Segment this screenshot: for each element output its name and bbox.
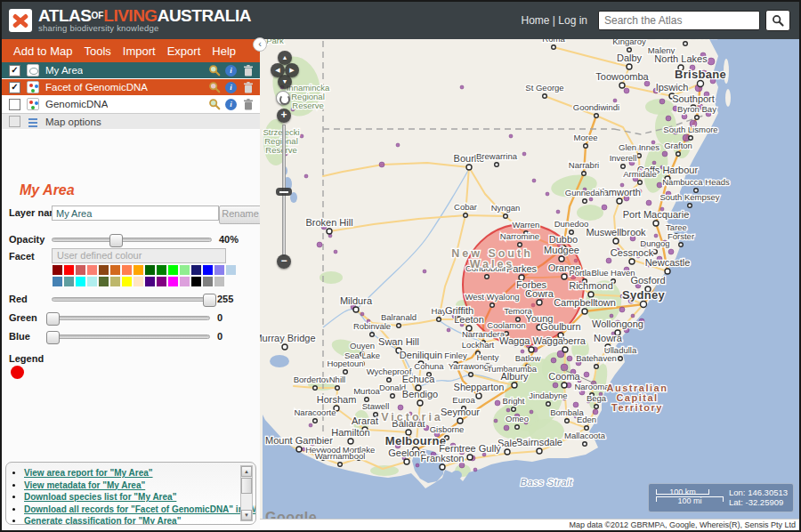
palette-swatch[interactable] [53, 277, 62, 286]
occurrence-dot[interactable] [460, 85, 464, 89]
palette-swatch[interactable] [168, 265, 178, 275]
palette-swatch[interactable] [203, 277, 213, 286]
occurrence-dot[interactable] [473, 468, 477, 472]
occurrence-dot[interactable] [506, 408, 510, 412]
palette-swatch[interactable] [134, 277, 143, 286]
menu-help[interactable]: Help [212, 44, 236, 58]
palette-swatch[interactable] [214, 277, 224, 286]
occurrence-dot[interactable] [659, 99, 665, 104]
blue-slider-handle[interactable] [46, 331, 60, 344]
reset-view-button[interactable] [276, 91, 290, 105]
zoom-to-layer-icon[interactable] [207, 98, 221, 111]
occurrence-dot[interactable] [624, 88, 629, 93]
occurrence-dot[interactable] [509, 134, 513, 138]
green-slider-handle[interactable] [46, 312, 60, 326]
occurrence-dot[interactable] [334, 250, 337, 254]
occurrence-dot[interactable] [646, 200, 651, 206]
occurrence-dot[interactable] [396, 143, 400, 147]
occurrence-dot[interactable] [551, 358, 556, 363]
occurrence-dot[interactable] [589, 197, 593, 201]
palette-swatch[interactable] [145, 277, 155, 286]
occurrence-dot[interactable] [668, 249, 674, 254]
zoom-to-layer-icon[interactable] [207, 81, 221, 94]
blue-slider[interactable] [52, 335, 210, 339]
palette-swatch[interactable] [180, 277, 190, 286]
occurrence-dot[interactable] [423, 270, 426, 273]
view-area-report-link[interactable]: View area report for "My Area" [24, 468, 153, 478]
palette-swatch[interactable] [110, 265, 120, 275]
palette-swatch[interactable] [76, 265, 85, 275]
palette-swatch[interactable] [214, 265, 224, 275]
palette-swatch[interactable] [157, 277, 166, 286]
occurrence-dot[interactable] [666, 116, 671, 121]
map-canvas[interactable]: RomaKingaroyDalbyMalenyMountain CreekNor… [260, 39, 799, 530]
scrollbar-thumb[interactable] [241, 478, 252, 494]
zoom-out-button[interactable]: − [277, 254, 291, 269]
palette-swatch[interactable] [203, 265, 213, 275]
opacity-slider-handle[interactable] [109, 234, 123, 247]
palette-swatch[interactable] [157, 265, 166, 275]
red-slider-handle[interactable] [203, 294, 216, 307]
layer-checkbox[interactable]: ✓ [9, 116, 20, 127]
layer-checkbox[interactable]: ✓ [9, 65, 20, 77]
palette-swatch[interactable] [53, 265, 62, 275]
palette-swatch[interactable] [64, 277, 74, 286]
occurrence-dot[interactable] [556, 210, 560, 214]
occurrence-dot[interactable] [416, 463, 419, 467]
layer-checkbox[interactable]: ✓ [9, 99, 20, 110]
palette-swatch[interactable] [87, 265, 97, 275]
download-species-list-link[interactable]: Download species list for "My Area" [24, 492, 176, 502]
occurrence-dot[interactable] [522, 152, 526, 156]
occurrence-dot[interactable] [504, 425, 509, 431]
occurrence-dot[interactable] [532, 179, 536, 182]
occurrence-dot[interactable] [317, 242, 322, 247]
pan-down-button[interactable]: ▼ [278, 75, 292, 89]
occurrence-dot[interactable] [398, 405, 403, 410]
palette-swatch[interactable] [76, 277, 85, 286]
search-button[interactable] [765, 10, 790, 31]
occurrence-dot[interactable] [360, 312, 364, 316]
palette-swatch[interactable] [180, 265, 190, 275]
layer-info-icon[interactable]: i [224, 81, 238, 94]
layer-row-my-area[interactable]: ✓ My Area i [2, 62, 260, 79]
occurrence-dot[interactable] [300, 134, 303, 138]
zoom-slider-handle[interactable] [276, 188, 292, 196]
occurrence-dot[interactable] [657, 182, 662, 188]
layer-name-input[interactable] [52, 206, 219, 221]
layer-info-icon[interactable]: i [224, 64, 238, 77]
occurrence-dot[interactable] [602, 205, 607, 210]
generate-classification-link[interactable]: Generate classification for "My Area" [24, 516, 181, 525]
occurrence-dot[interactable] [708, 58, 715, 65]
rename-button[interactable]: Rename [219, 206, 262, 224]
layer-checkbox[interactable]: ✓ [9, 82, 20, 93]
occurrence-dot[interactable] [447, 328, 450, 332]
facet-select[interactable]: User defined colour ▼ [52, 248, 226, 263]
palette-swatch[interactable] [122, 265, 132, 275]
opacity-slider[interactable] [52, 238, 212, 242]
ala-logo[interactable]: ATLASOFLIVINGAUSTRALIA sharing biodivers… [9, 8, 251, 33]
layer-row-map-options[interactable]: ✓ Map options [2, 113, 260, 130]
search-input[interactable] [598, 11, 760, 30]
green-slider[interactable] [52, 316, 210, 320]
download-all-records-link[interactable]: Download all records for "Facet of Genom… [24, 504, 256, 514]
layer-info-icon[interactable]: i [224, 98, 238, 111]
palette-swatch[interactable] [99, 265, 109, 275]
palette-swatch[interactable] [64, 265, 74, 275]
delete-layer-icon[interactable] [241, 64, 255, 77]
delete-layer-icon[interactable] [241, 81, 255, 94]
palette-swatch[interactable] [99, 277, 109, 286]
occurrence-dot[interactable] [654, 234, 658, 238]
occurrence-dot[interactable] [309, 423, 312, 427]
palette-swatch[interactable] [122, 277, 132, 286]
scroll-down-icon[interactable]: ▼ [241, 510, 252, 520]
zoom-in-button[interactable]: + [277, 109, 291, 123]
menu-add-to-map[interactable]: Add to Map [13, 44, 73, 58]
palette-swatch[interactable] [168, 277, 178, 286]
occurrence-dot[interactable] [530, 410, 533, 414]
occurrence-dot[interactable] [546, 192, 549, 196]
menu-export[interactable]: Export [167, 44, 201, 58]
occurrence-dot[interactable] [495, 400, 500, 406]
home-login-links[interactable]: Home | Log in [522, 14, 588, 27]
occurrence-dot[interactable] [619, 307, 625, 312]
palette-swatch[interactable] [110, 277, 120, 286]
